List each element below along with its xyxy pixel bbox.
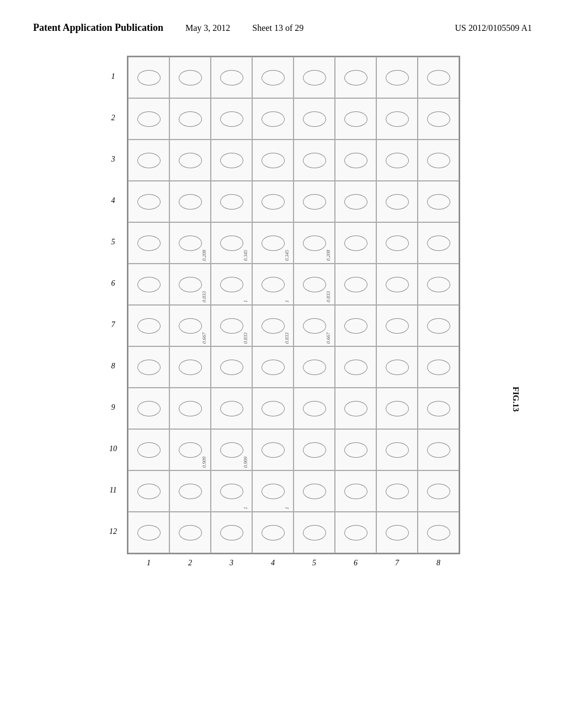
cell-value-label: 0.667: [202, 333, 207, 344]
y-axis-label: 2: [105, 97, 121, 138]
grid-cell: [128, 264, 169, 305]
cell-oval: [427, 442, 450, 458]
grid-cell: [376, 429, 418, 470]
x-axis-label: 6: [335, 559, 376, 568]
cell-value-label: 0.833: [202, 291, 207, 302]
grid-cell: [128, 140, 169, 181]
cell-oval: [386, 442, 409, 458]
y-axis-label: 7: [105, 304, 121, 345]
grid-cell: [294, 98, 335, 140]
cell-oval: [137, 525, 161, 540]
cell-oval: [427, 194, 450, 210]
cell-oval: [427, 277, 450, 292]
cell-oval: [386, 360, 409, 375]
x-axis: 12345678: [128, 559, 459, 568]
grid-cell: [128, 181, 169, 222]
grid-cell: [418, 98, 459, 140]
cell-oval: [220, 484, 243, 499]
grid-cell: [252, 512, 294, 553]
cell-oval: [427, 70, 450, 85]
cell-oval: [344, 277, 367, 292]
cell-oval: [137, 360, 161, 375]
grid-cell: [169, 470, 211, 512]
grid-cell: [252, 429, 294, 470]
cell-oval: [220, 70, 243, 85]
cell-oval: [262, 442, 285, 458]
grid-and-x-axis: 0.2080.3450.3450.2080.833110.8330.6670.8…: [127, 56, 460, 568]
grid-cell: 1: [211, 470, 252, 512]
grid-cell: [335, 264, 376, 305]
cell-oval: [344, 525, 367, 540]
grid-cell: [376, 512, 418, 553]
grid-cell: [252, 181, 294, 222]
x-axis-label: 4: [252, 559, 294, 568]
cell-oval: [427, 153, 450, 168]
cell-oval: [220, 360, 243, 375]
grid-cell: 0.667: [169, 305, 211, 346]
x-axis-label: 2: [169, 559, 211, 568]
cell-oval: [386, 153, 409, 168]
cell-oval: [137, 401, 161, 416]
cell-oval: [386, 484, 409, 499]
grid-cell: [211, 98, 252, 140]
cell-oval: [220, 277, 243, 292]
grid-cell: [418, 512, 459, 553]
grid-cell: [252, 98, 294, 140]
y-axis: 121110987654321: [105, 56, 121, 552]
cell-oval: [303, 401, 326, 416]
cell-oval: [262, 318, 285, 334]
grid-cell: [128, 512, 169, 553]
grid-cell: [418, 181, 459, 222]
cell-value-label: 1: [243, 300, 248, 303]
grid-cell: [294, 181, 335, 222]
grid-cell: [211, 512, 252, 553]
cell-oval: [344, 194, 367, 210]
grid-cell: [376, 264, 418, 305]
grid-cell: [294, 388, 335, 429]
grid-cell: [335, 305, 376, 346]
cell-oval: [137, 70, 161, 85]
main-grid: 0.2080.3450.3450.2080.833110.8330.6670.8…: [127, 56, 460, 554]
y-axis-label: 9: [105, 387, 121, 428]
cell-value-label: 0.208: [202, 250, 207, 261]
grid-cell: [252, 388, 294, 429]
cell-oval: [179, 111, 202, 127]
cell-oval: [262, 360, 285, 375]
cell-value-label: 0.909: [202, 457, 207, 468]
grid-cell: [376, 346, 418, 388]
grid-cell: [169, 388, 211, 429]
x-axis-label: 1: [128, 559, 169, 568]
grid-cell: 0.208: [294, 222, 335, 264]
cell-value-label: 1: [285, 300, 290, 303]
x-axis-label: 5: [294, 559, 335, 568]
grid-cell: [252, 140, 294, 181]
cell-oval: [262, 70, 285, 85]
cell-oval: [220, 525, 243, 540]
grid-cell: [418, 470, 459, 512]
grid-cell: [294, 57, 335, 98]
publication-title: Patent Application Publication: [33, 22, 163, 34]
cell-oval: [386, 235, 409, 251]
grid-cell: [335, 470, 376, 512]
grid-cell: 0.909: [211, 429, 252, 470]
grid-cell: [376, 57, 418, 98]
cell-oval: [344, 318, 367, 334]
cell-oval: [303, 194, 326, 210]
grid-cell: [169, 98, 211, 140]
cell-oval: [427, 235, 450, 251]
y-axis-label: 11: [105, 469, 121, 511]
cell-oval: [303, 318, 326, 334]
cell-oval: [262, 194, 285, 210]
cell-oval: [303, 70, 326, 85]
grid-cell: [252, 346, 294, 388]
cell-oval: [179, 318, 202, 334]
grid-cell: [128, 57, 169, 98]
cell-oval: [386, 70, 409, 85]
cell-oval: [386, 401, 409, 416]
cell-oval: [386, 525, 409, 540]
cell-oval: [427, 318, 450, 334]
x-axis-label: 3: [211, 559, 252, 568]
grid-cell: [335, 346, 376, 388]
cell-oval: [303, 484, 326, 499]
cell-oval: [179, 153, 202, 168]
